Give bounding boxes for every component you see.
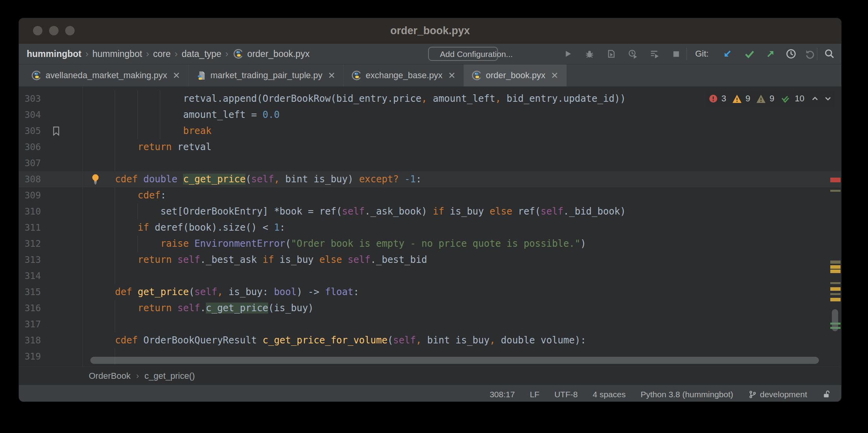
line-number[interactable]: 311 (19, 220, 41, 236)
passed-count[interactable]: 10 (795, 94, 804, 104)
code-line-313[interactable]: 313 return self._best_ask if is_buy else… (19, 252, 841, 268)
status-encoding[interactable]: UTF-8 (554, 390, 578, 399)
error-stripe-mark[interactable] (830, 265, 841, 269)
git-label: Git: (695, 44, 709, 64)
line-number[interactable]: 313 (19, 252, 41, 268)
tab-close-icon[interactable]: ✕ (172, 70, 180, 81)
code-line-306[interactable]: 306 return retval (19, 139, 841, 155)
code-line-316[interactable]: 316 return self.c_get_price(is_buy) (19, 300, 841, 316)
breadcrumb-item[interactable]: hummingbot (24, 49, 84, 59)
error-stripe-mark[interactable] (830, 287, 841, 291)
line-number[interactable]: 307 (19, 155, 41, 171)
error-stripe-mark[interactable] (830, 190, 841, 192)
code-line-314[interactable]: 314 (19, 268, 841, 284)
status-bar: 308:17LFUTF-84 spacesPython 3.8 (humming… (19, 385, 841, 402)
run-icon[interactable] (563, 49, 573, 59)
rollback-icon[interactable] (804, 48, 815, 59)
code-line-312[interactable]: 312 raise EnvironmentError("Order book i… (19, 236, 841, 252)
tab-market_trading_pair_tuple-py[interactable]: market_trading_pair_tuple.py✕ (189, 64, 344, 86)
line-number[interactable]: 318 (19, 332, 41, 349)
breadcrumb-item[interactable]: hummingbot (90, 49, 145, 59)
code-text: cdef: (92, 187, 166, 204)
next-highlighted-error-button[interactable] (823, 94, 833, 103)
line-number[interactable]: 303 (19, 91, 41, 107)
breadcrumb-item[interactable]: data_type (179, 49, 224, 59)
weak-warning-count[interactable]: 9 (769, 94, 774, 104)
status-caret-position[interactable]: 308:17 (490, 390, 515, 399)
tab-close-icon[interactable]: ✕ (448, 70, 456, 81)
code-text: if deref(book).size() < 1: (92, 220, 285, 236)
status-indent-style[interactable]: 4 spaces (593, 390, 626, 399)
code-line-315[interactable]: 315 def get_price(self, is_buy: bool) ->… (19, 284, 841, 300)
warning-count[interactable]: 9 (745, 94, 750, 104)
code-line-304[interactable]: 304 amount_left = 0.0 (19, 107, 841, 123)
tab-close-icon[interactable]: ✕ (551, 70, 559, 81)
branch-name: development (760, 390, 807, 399)
error-stripe-mark[interactable] (830, 293, 841, 295)
line-number[interactable]: 316 (19, 300, 41, 316)
profiler-icon[interactable] (628, 49, 638, 59)
status-line-ending[interactable]: LF (530, 390, 540, 399)
vertical-scrollbar[interactable] (832, 309, 838, 331)
error-stripe-mark[interactable] (830, 178, 841, 182)
run-with-parameters-icon[interactable] (649, 49, 659, 59)
code-line-311[interactable]: 311 if deref(book).size() < 1: (19, 220, 841, 236)
run-with-coverage-icon[interactable] (606, 49, 616, 59)
tab-order_book-pyx[interactable]: order_book.pyx✕ (464, 64, 567, 86)
tab-avellaneda_market_making-pyx[interactable]: avellaneda_market_making.pyx✕ (24, 64, 189, 86)
ide-window: order_book.pyx hummingbot›hummingbot›cor… (19, 18, 841, 402)
tab-close-icon[interactable]: ✕ (328, 70, 335, 81)
toolbar-separator (817, 48, 817, 60)
search-icon[interactable] (824, 48, 835, 59)
breadcrumb-item[interactable]: core (151, 49, 173, 59)
line-number[interactable]: 304 (19, 107, 41, 123)
breadcrumb-item[interactable]: order_book.pyx (245, 49, 312, 59)
bookmark-icon[interactable] (52, 126, 60, 136)
code-line-308[interactable]: 308 cdef double c_get_price(self, bint i… (19, 171, 841, 187)
code-line-318[interactable]: 318 cdef OrderBookQueryResult c_get_pric… (19, 332, 841, 349)
error-stripe-mark[interactable] (830, 261, 841, 264)
status-python-interpreter[interactable]: Python 3.8 (hummingbot) (641, 390, 733, 399)
commit-icon[interactable] (743, 48, 755, 60)
horizontal-scrollbar[interactable] (90, 357, 819, 364)
line-number[interactable]: 305 (19, 123, 41, 139)
line-number[interactable]: 309 (19, 187, 41, 204)
tab-exchange_base-pyx[interactable]: exchange_base.pyx✕ (344, 64, 464, 86)
tab-label: market_trading_pair_tuple.py (211, 70, 322, 81)
error-icon (709, 94, 718, 103)
history-icon[interactable] (786, 48, 797, 59)
debug-icon[interactable] (584, 49, 595, 59)
line-number[interactable]: 306 (19, 139, 41, 155)
code-line-310[interactable]: 310 set[OrderBookEntry] *book = ref(self… (19, 204, 841, 220)
error-stripe-mark[interactable] (830, 270, 841, 273)
push-icon[interactable] (765, 48, 776, 59)
previous-highlighted-error-button[interactable] (810, 94, 820, 103)
status-lock[interactable] (822, 390, 831, 399)
code-text: return retval (92, 139, 211, 155)
line-number[interactable]: 319 (19, 349, 41, 365)
editor-tabs: avellaneda_market_making.pyx✕market_trad… (19, 64, 841, 87)
intention-bulb-icon[interactable] (90, 174, 101, 185)
add-configuration-button[interactable]: Add Configuration... (428, 47, 498, 61)
warning-icon (732, 94, 742, 103)
line-number[interactable]: 314 (19, 268, 41, 284)
update-project-icon[interactable] (722, 48, 733, 59)
structure-breadcrumb-item[interactable]: OrderBook (89, 371, 130, 381)
status-git-branch[interactable]: development (748, 390, 807, 399)
line-number[interactable]: 312 (19, 236, 41, 252)
error-count[interactable]: 3 (722, 94, 726, 104)
line-number[interactable]: 317 (19, 316, 41, 332)
code-line-317[interactable]: 317 (19, 316, 841, 332)
code-line-305[interactable]: 305 break (19, 123, 841, 139)
code-line-309[interactable]: 309 cdef: (19, 187, 841, 204)
line-number[interactable]: 310 (19, 204, 41, 220)
stop-icon[interactable] (671, 49, 681, 59)
error-stripe-mark[interactable] (830, 282, 841, 284)
code-line-307[interactable]: 307 (19, 155, 841, 171)
structure-breadcrumb-item[interactable]: c_get_price() (145, 371, 195, 381)
error-stripe-mark[interactable] (830, 298, 841, 301)
editor[interactable]: 303 retval.append(OrderBookRow(bid_entry… (19, 87, 841, 367)
line-number[interactable]: 308 (19, 171, 41, 187)
line-number[interactable]: 315 (19, 284, 41, 300)
python-file-icon (196, 70, 207, 81)
